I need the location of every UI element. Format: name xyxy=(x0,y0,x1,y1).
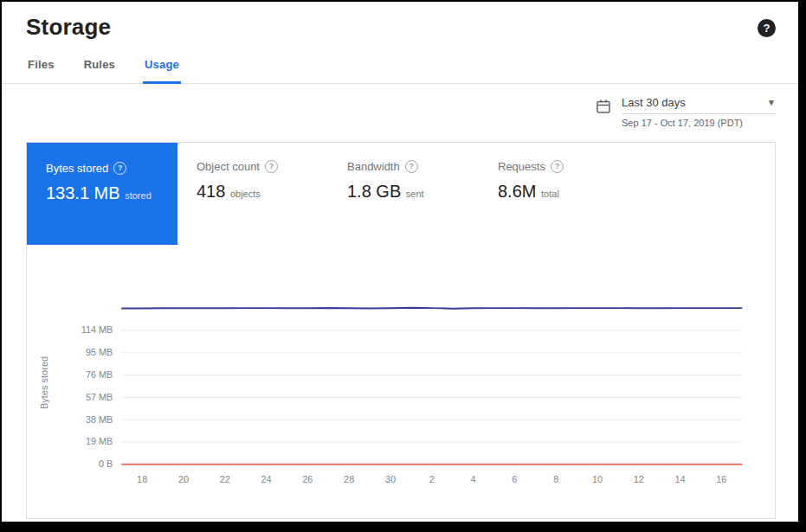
metric-card-requests[interactable]: Requests?8.6M total xyxy=(479,143,629,245)
usage-line-chart: 114 MB95 MB76 MB57 MB38 MB19 MB0 B182022… xyxy=(55,260,766,504)
tab-bar: FilesRulesUsage xyxy=(2,41,798,84)
svg-text:95 MB: 95 MB xyxy=(86,347,113,357)
metric-unit: objects xyxy=(230,189,261,199)
help-icon[interactable]: ? xyxy=(758,19,776,37)
calendar-icon xyxy=(596,99,611,118)
help-circle-icon: ? xyxy=(113,162,126,175)
metric-card-object-count[interactable]: Object count?418 objects xyxy=(177,143,328,245)
metric-label: Requests? xyxy=(498,160,629,173)
metrics-row: Bytes stored?133.1 MB storedObject count… xyxy=(27,143,775,245)
metric-value: 8.6M total xyxy=(498,182,629,202)
svg-text:114 MB: 114 MB xyxy=(81,324,113,335)
svg-text:22: 22 xyxy=(220,474,230,484)
svg-text:6: 6 xyxy=(512,474,517,484)
usage-card: Bytes stored?133.1 MB storedObject count… xyxy=(26,142,776,519)
svg-text:24: 24 xyxy=(261,474,272,484)
metric-label: Bytes stored? xyxy=(46,162,177,175)
metric-unit: stored xyxy=(125,190,152,201)
help-circle-icon: ? xyxy=(551,160,564,173)
svg-text:16: 16 xyxy=(716,474,726,484)
svg-text:14: 14 xyxy=(675,474,686,484)
metric-card-bytes-stored[interactable]: Bytes stored?133.1 MB stored xyxy=(27,143,177,245)
tab-usage[interactable]: Usage xyxy=(143,54,181,84)
metric-value: 1.8 GB sent xyxy=(347,182,479,202)
svg-text:28: 28 xyxy=(344,474,354,484)
svg-text:76 MB: 76 MB xyxy=(86,369,113,380)
svg-text:38 MB: 38 MB xyxy=(86,414,113,425)
help-circle-icon: ? xyxy=(405,160,418,173)
metric-value: 133.1 MB stored xyxy=(46,183,177,203)
svg-text:19 MB: 19 MB xyxy=(86,436,113,446)
chevron-down-icon: ▼ xyxy=(767,99,776,107)
metric-unit: total xyxy=(541,189,559,199)
storage-page: Storage ? FilesRulesUsage Last 30 days ▼… xyxy=(2,2,798,522)
date-range-text: Last 30 days ▼ Sep 17 - Oct 17, 2019 (PD… xyxy=(622,96,776,128)
metric-card-bandwidth[interactable]: Bandwidth?1.8 GB sent xyxy=(328,143,479,245)
svg-text:30: 30 xyxy=(385,474,396,484)
svg-text:18: 18 xyxy=(137,474,147,484)
tab-files[interactable]: Files xyxy=(26,54,56,84)
help-circle-icon: ? xyxy=(265,160,278,173)
chart-area: Bytes stored 114 MB95 MB76 MB57 MB38 MB1… xyxy=(27,245,775,504)
metric-label: Object count? xyxy=(197,160,328,173)
metric-unit: sent xyxy=(406,189,424,199)
svg-text:0 B: 0 B xyxy=(99,458,113,469)
metric-value: 418 objects xyxy=(197,182,328,202)
svg-text:2: 2 xyxy=(429,474,435,484)
svg-text:8: 8 xyxy=(553,474,558,484)
y-axis-label: Bytes stored xyxy=(39,296,55,469)
page-header: Storage ? xyxy=(2,2,798,41)
date-range-detail: Sep 17 - Oct 17, 2019 (PDT) xyxy=(622,114,776,128)
date-range-selector[interactable]: Last 30 days ▼ Sep 17 - Oct 17, 2019 (PD… xyxy=(596,96,776,128)
toolbar: Last 30 days ▼ Sep 17 - Oct 17, 2019 (PD… xyxy=(2,84,798,128)
date-range-label: Last 30 days xyxy=(622,96,686,109)
svg-text:57 MB: 57 MB xyxy=(86,392,113,402)
svg-text:4: 4 xyxy=(471,474,476,484)
metric-label: Bandwidth? xyxy=(347,160,479,173)
svg-text:10: 10 xyxy=(592,474,603,484)
tab-rules[interactable]: Rules xyxy=(82,54,117,84)
date-range-dropdown[interactable]: Last 30 days ▼ xyxy=(622,96,776,114)
page-title: Storage xyxy=(26,14,111,41)
svg-text:20: 20 xyxy=(178,474,189,484)
svg-text:12: 12 xyxy=(634,474,644,484)
svg-text:26: 26 xyxy=(302,474,313,484)
